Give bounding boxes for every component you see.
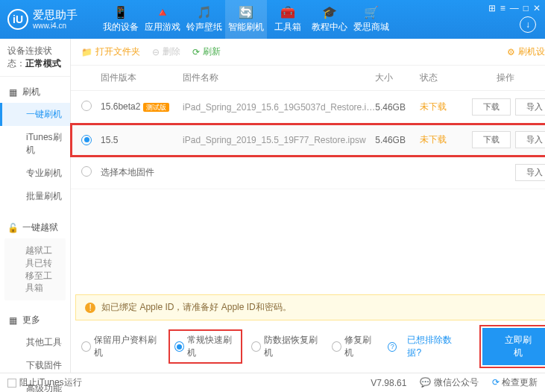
- nav-icon: 🧰: [280, 5, 295, 19]
- brand-name: 爱思助手: [33, 9, 78, 22]
- wechat-link[interactable]: 💬 微信公众号: [420, 376, 478, 389]
- nav-爱思商城[interactable]: 🛒爱思商城: [350, 0, 392, 39]
- local-firmware-row[interactable]: 选择本地固件 导入: [71, 157, 545, 189]
- firmware-row[interactable]: 15.6beta2测试版iPad_Spring_2019_15.6_19G503…: [71, 91, 545, 124]
- flash-settings-button[interactable]: ⚙刷机设置: [507, 45, 545, 58]
- radio-local[interactable]: [81, 166, 92, 177]
- table-header: 固件版本 固件名称 大小 状态 操作: [71, 66, 545, 91]
- window-controls: ⊞ ≡ — □ ✕: [488, 3, 541, 13]
- minimize-icon[interactable]: —: [510, 3, 519, 13]
- radio[interactable]: [81, 135, 92, 145]
- nav-我的设备[interactable]: 📱我的设备: [100, 0, 142, 39]
- menu-icon[interactable]: ≡: [500, 3, 505, 13]
- import-button[interactable]: 导入: [515, 131, 545, 148]
- mode-repair[interactable]: 修复刷机: [332, 334, 377, 359]
- firmware-row[interactable]: 15.5iPad_Spring_2019_15.5_19F77_Restore.…: [71, 124, 545, 157]
- nav-应用游戏[interactable]: 🔺应用游戏: [142, 0, 183, 39]
- folder-icon: 📁: [81, 47, 92, 57]
- sidebar-section-flash[interactable]: ▦刷机: [0, 81, 70, 103]
- sidebar-section-jailbreak[interactable]: 🔓一键越狱: [0, 217, 70, 238]
- mode-bar: 保留用户资料刷机 常规快速刷机 防数据恢复刷机 修复刷机 ? 已想排除数据? 立…: [71, 320, 545, 373]
- close-icon[interactable]: ✕: [533, 3, 541, 13]
- nav-icon: 🛒: [364, 5, 379, 19]
- warning-icon: !: [85, 303, 95, 313]
- sidebar-item[interactable]: 其他工具: [0, 331, 70, 354]
- open-folder-button[interactable]: 📁打开文件夹: [81, 45, 140, 58]
- flash-icon: ▦: [7, 87, 18, 98]
- sidebar-item[interactable]: 批量刷机: [0, 185, 70, 208]
- check-update-link[interactable]: ⟳ 检查更新: [492, 376, 538, 389]
- download-button[interactable]: 下载: [472, 98, 511, 116]
- nav-工具箱[interactable]: 🧰工具箱: [267, 0, 309, 39]
- connection-status: 设备连接状态：正常模式: [0, 39, 70, 77]
- nav-铃声壁纸[interactable]: 🎵铃声壁纸: [183, 0, 225, 39]
- toolbar: 📁打开文件夹 ⊖删除 ⟳刷新 ⚙刷机设置: [71, 39, 545, 66]
- delete-icon: ⊖: [152, 47, 160, 57]
- settings-icon[interactable]: ⊞: [488, 3, 496, 13]
- wechat-icon: 💬: [420, 377, 431, 388]
- update-icon: ⟳: [492, 377, 500, 388]
- nav-icon: 🔄: [239, 5, 253, 19]
- refresh-icon: ⟳: [192, 47, 200, 57]
- app-logo: iU: [7, 9, 28, 30]
- brand-url: www.i4.cn: [33, 22, 78, 30]
- sidebar: 设备连接状态：正常模式 ▦刷机 一键刷机iTunes刷机专业刷机批量刷机 🔓一键…: [0, 39, 71, 373]
- nav-icon: 📱: [113, 5, 128, 19]
- nav-教程中心[interactable]: 🎓教程中心: [309, 0, 350, 39]
- gear-icon: ⚙: [507, 47, 515, 57]
- nav-icon: 🎵: [197, 5, 212, 19]
- nav-智能刷机[interactable]: 🔄智能刷机: [225, 0, 267, 39]
- radio[interactable]: [81, 101, 92, 111]
- exclude-data-link[interactable]: 已想排除数据?: [407, 334, 461, 359]
- nav-icon: 🎓: [322, 5, 337, 19]
- sidebar-section-more[interactable]: ▦更多: [0, 309, 70, 331]
- appleid-alert: ! 如已绑定 Apple ID，请准备好 Apple ID和密码。 ✕: [75, 294, 545, 320]
- import-button[interactable]: 导入: [515, 98, 545, 116]
- delete-button[interactable]: ⊖删除: [152, 45, 180, 58]
- status-bar: 阻止iTunes运行 V7.98.61 💬 微信公众号 ⟳ 检查更新: [0, 373, 545, 392]
- block-itunes-checkbox[interactable]: 阻止iTunes运行: [7, 376, 82, 389]
- lock-icon: 🔓: [7, 223, 18, 233]
- sidebar-item[interactable]: 一键刷机: [0, 103, 70, 126]
- download-manager-icon[interactable]: ↓: [520, 16, 536, 33]
- import-button[interactable]: 导入: [515, 164, 545, 181]
- start-flash-button[interactable]: 立即刷机: [482, 328, 545, 365]
- mode-normal[interactable]: 常规快速刷机: [170, 331, 241, 362]
- more-icon: ▦: [7, 315, 18, 326]
- title-bar: iU 爱思助手 www.i4.cn 📱我的设备🔺应用游戏🎵铃声壁纸🔄智能刷机🧰工…: [0, 0, 545, 39]
- nav-icon: 🔺: [155, 5, 170, 19]
- refresh-button[interactable]: ⟳刷新: [192, 45, 221, 58]
- sidebar-item[interactable]: iTunes刷机: [0, 126, 70, 162]
- maximize-icon[interactable]: □: [523, 3, 529, 13]
- jailbreak-note: 越狱工具已转移至工具箱: [4, 238, 66, 300]
- version-label: V7.98.61: [371, 378, 406, 388]
- mode-keep-data[interactable]: 保留用户资料刷机: [81, 334, 160, 359]
- mode-anti-recovery[interactable]: 防数据恢复刷机: [251, 334, 321, 359]
- sidebar-item[interactable]: 下载固件: [0, 354, 70, 377]
- download-button[interactable]: 下载: [472, 131, 511, 148]
- sidebar-item[interactable]: 专业刷机: [0, 162, 70, 185]
- help-icon[interactable]: ?: [388, 342, 397, 352]
